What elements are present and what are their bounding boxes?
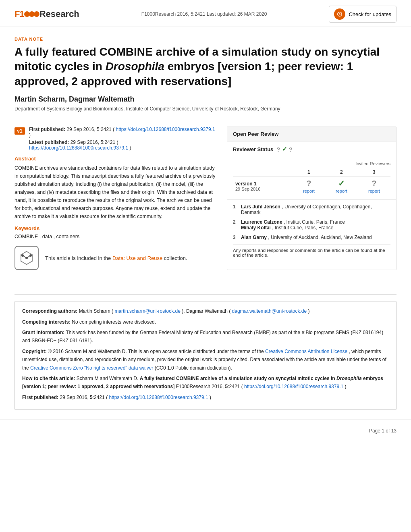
two-column-section: v1 First published: 29 Sep 2016, 5:2421 … <box>15 120 396 270</box>
title-italic: Drosophila <box>106 60 164 73</box>
abstract-section: Abstract COMBINE archives are standardis… <box>15 156 217 220</box>
version1-row: version 1 29 Sep 2016 ? report ✓ report <box>233 177 390 196</box>
col-2: 2 <box>325 168 358 177</box>
abstract-text: COMBINE archives are standardised contai… <box>15 164 217 220</box>
keywords-text: COMBINE , data , containers <box>15 234 217 239</box>
update-icon <box>334 8 345 20</box>
first-published-doi[interactable]: https://doi.org/10.12688/f1000research.9… <box>116 127 215 132</box>
status-check-icon: ✓ <box>282 145 287 153</box>
version-info: First published: 29 Sep 2016, 5:2421 ( h… <box>29 127 217 151</box>
article-title: A fully featured COMBINE archive of a si… <box>15 45 396 89</box>
page-footer: Page 1 of 13 <box>0 420 411 438</box>
svg-line-8 <box>27 256 31 258</box>
check-updates-button[interactable]: Check for updates <box>329 6 396 23</box>
page-number: Page 1 of 13 <box>369 428 396 434</box>
first-published-label: First published: <box>29 127 65 132</box>
v1-r2-report[interactable]: report <box>336 189 347 193</box>
page: F1 Research F1000Research 2016, 5:2421 L… <box>0 0 411 532</box>
share-hexagon-icon <box>19 250 35 266</box>
grant-text: This work has been funded by the German … <box>22 330 383 343</box>
version1-label: version 1 29 Sep 2016 <box>233 177 293 196</box>
firstpub-doi-link[interactable]: https://doi.org/10.12688/f1000research.9… <box>109 395 208 400</box>
svg-point-0 <box>24 11 30 17</box>
collection-link[interactable]: Data: Use and Reuse <box>112 255 162 261</box>
first-published-value: 29 Sep 2016, 5:2421 ( <box>66 127 114 132</box>
email2-link[interactable]: dagmar.waltemath@uni-rostock.de <box>232 308 307 314</box>
reviewer-1-info: Lars Juhl Jensen , University of Copenha… <box>241 204 390 215</box>
header: F1 Research F1000Research 2016, 5:2421 L… <box>0 0 411 27</box>
reviewer-2b-name: Mihaly Koltai <box>241 225 271 231</box>
copyright-text3: (CC0 1.0 Public domain dedication). <box>155 365 232 371</box>
reviewers-grid: 1 2 3 version 1 29 Sep 2016 <box>233 168 390 195</box>
reviewer-status-label: Reviewer Status <box>233 146 273 152</box>
footer-info-box: Corresponding authors: Martin Scharm ( m… <box>15 301 396 410</box>
copyright-link1[interactable]: Creative Commons Attribution License <box>265 349 347 354</box>
col-1: 1 <box>293 168 325 177</box>
reviewer-status-row: Reviewer Status ? ✓ ? <box>227 141 396 157</box>
latest-published-value: 29 Sep 2016, 5:2421 ( <box>71 139 118 145</box>
howto-label: How to cite this article: <box>22 376 75 381</box>
reviewer-item-2: 2 Laurence Calzone , Institut Curie, Par… <box>233 219 390 231</box>
invited-label: Invited Reviewers <box>233 161 390 166</box>
collection-text: This article is included in the Data: Us… <box>45 255 187 261</box>
email1-link[interactable]: martin.scharm@uni-rostock.de <box>114 308 181 314</box>
logo: F1 Research <box>15 9 79 19</box>
status-icons: ? ✓ ? <box>276 145 292 153</box>
grant-label: Grant information: <box>22 330 64 335</box>
reviewer-3-affil: , University of Auckland, Auckland, New … <box>268 235 372 240</box>
affiliation: Department of Systems Biology and Bioinf… <box>15 106 396 112</box>
competing-label: Competing interests: <box>22 319 71 325</box>
reviewer-3-info: Alan Garny , University of Auckland, Auc… <box>241 235 372 240</box>
corresponding-text: Martin Scharm ( <box>79 308 113 314</box>
firstpub-label: First published: <box>22 395 58 400</box>
v1-r3-status: ? <box>360 179 388 188</box>
collection-text-before: This article is included in the <box>45 255 112 261</box>
svg-line-7 <box>23 256 27 258</box>
howto-para: How to cite this article: Scharm M and W… <box>22 374 389 391</box>
latest-published-doi[interactable]: https://doi.org/10.12688/f1000research.9… <box>29 145 128 151</box>
grant-para: Grant information: This work has been fu… <box>22 328 389 345</box>
copyright-para: Copyright: © 2016 Scharm M and Waltemath… <box>22 347 389 372</box>
howto-text1: Scharm M and Waltemath D. <box>77 376 140 381</box>
reviewer-item-1: 1 Lars Juhl Jensen , University of Copen… <box>233 204 390 215</box>
check-updates-label: Check for updates <box>349 11 391 17</box>
logo-research: Research <box>39 9 79 19</box>
reviewer-2b-affil: , Institut Curie, Paris, France <box>272 225 333 231</box>
right-column: Open Peer Review Reviewer Status ? ✓ ? I… <box>227 127 396 270</box>
firstpub-text: 29 Sep 2016, 5:2421 ( <box>60 395 108 400</box>
reviewer-item-3: 3 Alan Garny , University of Auckland, A… <box>233 235 390 240</box>
authors: Martin Scharm, Dagmar Waltemath <box>15 95 396 104</box>
comments-note: Any reports and responses or comments on… <box>233 244 390 258</box>
v1-r1-report[interactable]: report <box>303 189 315 193</box>
corresponding-label: Corresponding authors: <box>22 308 77 314</box>
status-q2-icon: ? <box>289 146 293 153</box>
corresponding-close: ) <box>308 308 310 314</box>
v1-r1-status: ? <box>295 179 323 188</box>
keywords-heading: Keywords <box>15 225 217 231</box>
svg-point-2 <box>34 11 39 17</box>
howto-close: ) <box>345 384 347 389</box>
copyright-label: Copyright: <box>22 349 47 354</box>
collection-text-after: collection. <box>162 255 187 261</box>
share-icon <box>15 246 39 270</box>
first-published-line: First published: 29 Sep 2016, 5:2421 ( h… <box>29 127 217 138</box>
latest-published-close: ) <box>130 145 131 151</box>
first-published-close: ) <box>29 132 31 138</box>
firstpub-close: ) <box>210 395 211 400</box>
invited-reviewers-table: Invited Reviewers 1 2 3 <box>227 157 396 200</box>
version-box: v1 First published: 29 Sep 2016, 5:2421 … <box>15 127 217 151</box>
reviewer-2-name: Laurence Calzone <box>241 219 282 225</box>
v1-r3-report[interactable]: report <box>368 189 380 193</box>
reviewers-header-row: 1 2 3 <box>233 168 390 177</box>
reviewer-2-num: 2 <box>233 219 239 231</box>
copyright-link2[interactable]: Creative Commons Zero "No rights reserve… <box>30 365 153 371</box>
competing-text: No competing interests were disclosed. <box>72 319 156 325</box>
status-q1-icon: ? <box>276 146 280 153</box>
reviewer-list: 1 Lars Juhl Jensen , University of Copen… <box>227 200 396 262</box>
reviewer-2-info: Laurence Calzone , Institut Curie, Paris… <box>241 219 345 231</box>
howto-doi-link[interactable]: https://doi.org/10.12688/f1000research.9… <box>244 384 343 389</box>
peer-review-header: Open Peer Review <box>227 127 396 141</box>
reviewer-3-name: Alan Garny <box>241 235 267 240</box>
v1-r1-cell: ? report <box>293 177 325 196</box>
reviewer-3-num: 3 <box>233 235 239 240</box>
